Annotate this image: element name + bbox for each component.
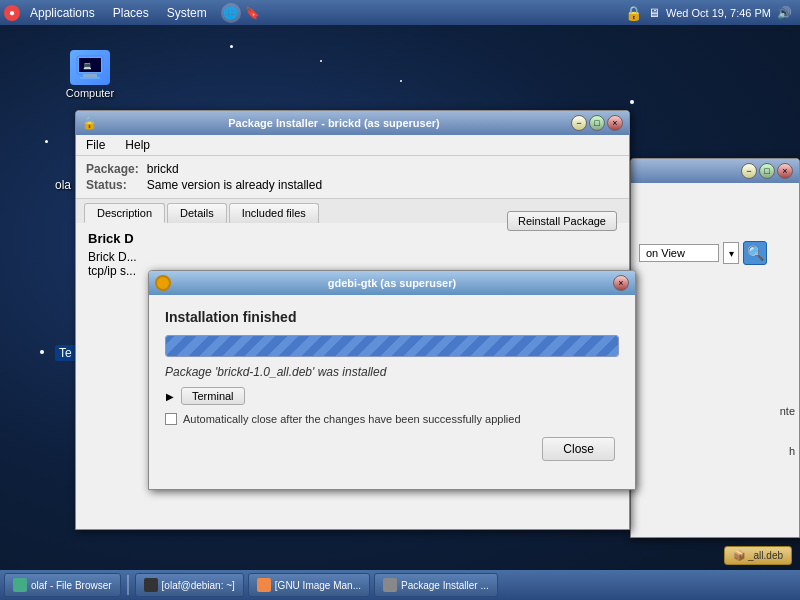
taskbar-right: 🔒 🖥 Wed Oct 19, 7:46 PM 🔊 [617,5,800,21]
taskbar-gimp[interactable]: [GNU Image Man... [248,573,370,597]
svg-rect-2 [80,77,100,79]
pkg-info: Package: brickd Status: Same version is … [76,156,629,199]
system-label: System [167,6,207,20]
pkg-lock-icon: 🔒 [82,116,97,130]
gimp-icon [257,578,271,592]
minimize-button[interactable]: − [741,163,757,179]
terminal-expand-icon[interactable]: ▶ [165,391,175,401]
top-taskbar: ● Applications Places System 🌐 🔖 🔒 🖥 Wed… [0,0,800,25]
progress-bar-container [165,335,619,357]
terminal-label: [olaf@debian: ~] [162,580,235,591]
system-menu[interactable]: System [159,2,215,24]
distro-icon: ● [4,5,20,21]
gdebi-title: gdebi-gtk (as superuser) [175,277,609,289]
network-icon[interactable]: 🌐 [221,3,241,23]
gdebi-dialog: gdebi-gtk (as superuser) × Installation … [148,270,636,490]
battery-icon: 🖥 [648,6,660,20]
star-decoration [40,350,44,354]
view-dropdown-select[interactable]: on View [639,244,719,262]
dialog-buttons: Close [165,437,619,461]
terminal-row: ▶ Terminal [165,387,619,405]
dialog-close-button[interactable]: Close [542,437,615,461]
pkg-installer-label: Package Installer ... [401,580,489,591]
desktop-ola-text: ola [55,178,71,192]
volume-icon[interactable]: 🔊 [777,6,792,20]
gdebi-body: Installation finished Package 'brickd-1.… [149,295,635,471]
taskbar-file-browser[interactable]: olaf - File Browser [4,573,121,597]
partial-text-nte: nte [780,405,795,417]
included-files-tab[interactable]: Included files [229,203,319,223]
svg-rect-1 [83,74,97,77]
lock-icon[interactable]: 🔒 [625,5,642,21]
close-button[interactable]: × [777,163,793,179]
pkg-installer-titlebar: 🔒 Package Installer - brickd (as superus… [76,111,629,135]
progress-bar-fill [166,336,618,356]
gimp-label: [GNU Image Man... [275,580,361,591]
pkg-name-big: Brick D [88,231,617,246]
gdebi-close-button[interactable]: × [613,275,629,291]
auto-close-row: Automatically close after the changes ha… [165,413,619,425]
description-tab[interactable]: Description [84,203,165,223]
terminal-button[interactable]: Terminal [181,387,245,405]
gdebi-lock-icon [155,275,171,291]
places-label: Places [113,6,149,20]
bottom-taskbar: olaf - File Browser [olaf@debian: ~] [GN… [0,570,800,600]
file-browser-icon [13,578,27,592]
deb-file-name: 📦 [733,550,748,561]
applications-label: Applications [30,6,95,20]
star-decoration [230,45,233,48]
package-label: Package: [86,162,139,176]
pkg-maximize-button[interactable]: □ [589,115,605,131]
install-message: Package 'brickd-1.0_all.deb' was install… [165,365,619,379]
applications-menu[interactable]: Applications [22,2,103,24]
search-button[interactable]: 🔍 [743,241,767,265]
help-menu[interactable]: Help [121,137,154,153]
status-label: Status: [86,178,139,192]
computer-icon[interactable]: 💻 Computer [55,50,125,99]
terminal-icon [144,578,158,592]
taskbar-terminal[interactable]: [olaf@debian: ~] [135,573,244,597]
dropdown-arrow[interactable]: ▾ [723,242,739,264]
bookmark-icon[interactable]: 🔖 [243,3,263,23]
package-value: brickd [147,162,619,176]
pkg-installer-title: Package Installer - brickd (as superuser… [101,117,567,129]
desktop: ● Applications Places System 🌐 🔖 🔒 🖥 Wed… [0,0,800,600]
background-window: − □ × on View ▾ 🔍 nte h [630,158,800,538]
pkg-minimize-button[interactable]: − [571,115,587,131]
star-decoration [630,100,634,104]
deb-filename-text: _all.deb [748,550,783,561]
pkg-close-button[interactable]: × [607,115,623,131]
taskbar-left: ● Applications Places System 🌐 🔖 [0,2,267,24]
view-dropdown-row: on View ▾ 🔍 [639,241,791,265]
maximize-button[interactable]: □ [759,163,775,179]
file-menu[interactable]: File [82,137,109,153]
desktop-te-text: Te [55,345,76,361]
install-finished-heading: Installation finished [165,309,619,325]
file-browser-label: olaf - File Browser [31,580,112,591]
partial-text-h: h [789,445,795,457]
svg-text:💻: 💻 [83,61,92,70]
taskbar-separator [127,575,129,595]
view-label: on View [646,247,685,259]
pkg-installer-controls: − □ × [571,115,623,131]
star-decoration [320,60,322,62]
star-decoration [45,140,48,143]
star-decoration [400,80,402,82]
pkg-installer-icon [383,578,397,592]
status-value: Same version is already installed [147,178,619,192]
reinstall-button[interactable]: Reinstall Package [507,211,617,231]
background-window-titlebar: − □ × [631,159,799,183]
gdebi-controls: × [613,275,629,291]
taskbar-pkg-installer[interactable]: Package Installer ... [374,573,498,597]
details-tab[interactable]: Details [167,203,227,223]
datetime-label: Wed Oct 19, 7:46 PM [666,7,771,19]
gdebi-titlebar: gdebi-gtk (as superuser) × [149,271,635,295]
pkg-menubar: File Help [76,135,629,156]
background-window-controls: − □ × [741,163,793,179]
auto-close-label: Automatically close after the changes ha… [183,413,521,425]
computer-icon-image: 💻 [70,50,110,85]
auto-close-checkbox[interactable] [165,413,177,425]
background-window-content: on View ▾ 🔍 nte h [631,183,799,273]
places-menu[interactable]: Places [105,2,157,24]
deb-file-icon[interactable]: 📦 _all.deb [724,546,792,565]
